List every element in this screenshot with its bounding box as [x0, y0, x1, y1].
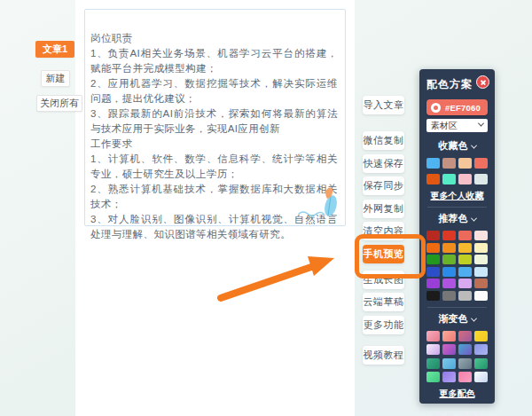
color-swatch[interactable] — [442, 279, 456, 288]
editor-paragraph: 2、应用机器学习、数据挖掘等技术，解决实际运维问题，提出优化建议； — [90, 76, 338, 106]
divider — [427, 307, 487, 308]
color-swatch[interactable] — [442, 231, 456, 240]
color-swatch[interactable] — [426, 243, 440, 253]
gradient-swatch[interactable] — [426, 344, 440, 355]
color-swatch[interactable] — [442, 291, 456, 301]
color-swatch[interactable] — [426, 231, 440, 240]
current-color-pill[interactable]: #EF7060 — [426, 99, 488, 115]
toolbar-button-more-features[interactable]: 更多功能 — [363, 316, 404, 334]
color-swatch[interactable] — [458, 267, 472, 277]
color-swatch[interactable] — [474, 158, 488, 169]
editor-paragraph: 1、负责AI相关业务场景、机器学习云平台的搭建，赋能平台并完成模型构建； — [90, 46, 338, 76]
recommended-label: 推荐色 — [439, 213, 468, 224]
gradient-swatch[interactable] — [474, 344, 488, 355]
color-swatch[interactable] — [458, 291, 472, 301]
editor-paragraph: 3、跟踪最新的AI前沿技术，探索如何将最新的算法与技术应用于实际业务，实现AI应… — [90, 106, 338, 137]
color-swatch[interactable] — [458, 174, 472, 184]
recommended-swatch-grid — [426, 231, 488, 301]
color-swatch[interactable] — [474, 291, 488, 301]
toolbar-button-video-tutorial[interactable]: 视频教程 — [363, 346, 404, 365]
editor-paragraph: 1、计算机、软件、数学、信息科学、统计学等相关专业，硕士研究生及以上学历； — [90, 152, 338, 182]
color-swatch[interactable] — [426, 158, 440, 169]
gradient-swatch[interactable] — [458, 331, 472, 341]
quill-decoration-icon — [292, 184, 343, 222]
gradient-swatch[interactable] — [458, 372, 472, 382]
color-swatch[interactable] — [474, 255, 488, 264]
toolbar-button-quick-save[interactable]: 快速保存 — [363, 154, 404, 173]
editor-paragraph: 工作要求 — [90, 137, 338, 152]
editor-paragraph: 岗位职责 — [90, 31, 338, 46]
color-swatch[interactable] — [442, 243, 456, 253]
more-color-schemes-link[interactable]: 更多配色 — [426, 388, 488, 400]
color-swatch[interactable] — [474, 279, 488, 288]
gradient-swatch[interactable] — [442, 358, 456, 369]
color-swatch[interactable] — [442, 174, 456, 184]
color-panel-header: 配色方案 — [426, 75, 488, 91]
gradient-swatch[interactable] — [474, 372, 488, 382]
toolbar-button-save-sync[interactable]: 保存同步 — [363, 177, 404, 195]
toolbar-button-generate-long-image[interactable]: 生成长图 — [363, 271, 404, 289]
chevron-down-icon — [478, 120, 484, 126]
toolbar-button-cloud-draft[interactable]: 云端草稿 — [363, 293, 404, 311]
color-swatch[interactable] — [426, 174, 440, 184]
gradient-swatch[interactable] — [458, 358, 472, 369]
color-swatch[interactable] — [458, 243, 472, 253]
color-swatch[interactable] — [426, 255, 440, 264]
side-toolbar: 导入文章微信复制快速保存保存同步外网复制清空内容手机预览生成长图云端草稿更多功能… — [363, 96, 404, 368]
color-panel-title: 配色方案 — [426, 78, 473, 90]
gradient-swatch[interactable] — [474, 331, 488, 341]
featured-functions-label: 特色功能 — [426, 410, 488, 416]
color-swatch[interactable] — [426, 279, 440, 288]
color-dot-icon — [431, 103, 441, 113]
color-swatch[interactable] — [442, 267, 456, 277]
gradient-swatch[interactable] — [426, 331, 440, 341]
toolbar-button-external-copy[interactable]: 外网复制 — [363, 200, 404, 218]
color-swatch[interactable] — [442, 255, 456, 264]
color-swatch[interactable] — [458, 231, 472, 240]
color-swatch[interactable] — [474, 231, 488, 240]
close-icon[interactable] — [476, 75, 489, 89]
tab-article-1[interactable]: 文章1 — [35, 41, 74, 58]
gradient-swatch[interactable] — [474, 358, 488, 369]
chevron-down-icon — [470, 143, 476, 149]
gradient-swatch-grid — [426, 331, 488, 383]
gradient-swatch[interactable] — [458, 344, 472, 355]
color-swatch[interactable] — [426, 291, 440, 301]
gradient-swatch[interactable] — [426, 358, 440, 369]
color-swatch[interactable] — [474, 174, 488, 184]
gradient-swatch[interactable] — [442, 372, 456, 382]
gradients-section-toggle[interactable]: 渐变色 — [426, 312, 488, 326]
gradients-label: 渐变色 — [439, 313, 468, 324]
chevron-down-icon — [470, 216, 476, 222]
chevron-down-icon — [470, 315, 476, 321]
divider — [427, 207, 487, 208]
color-scheme-panel: 配色方案 #EF7060 素材区 收藏色 更多个人收藏 推荐色 渐变色 更多配色… — [419, 69, 495, 404]
material-zone-dropdown[interactable]: 素材区 — [426, 119, 488, 132]
toolbar-button-wechat-copy[interactable]: 微信复制 — [363, 131, 404, 150]
editor-area[interactable]: 岗位职责1、负责AI相关业务场景、机器学习云平台的搭建，赋能平台并完成模型构建；… — [84, 9, 346, 226]
color-swatch[interactable] — [474, 243, 488, 253]
close-all-button[interactable]: 关闭所有 — [36, 95, 82, 112]
app-background: 文章1 新建 关闭所有 岗位职责1、负责AI相关业务场景、机器学习云平台的搭建，… — [0, 0, 532, 416]
toolbar-button-phone-preview[interactable]: 手机预览 — [363, 245, 404, 263]
dropdown-value: 素材区 — [431, 120, 475, 132]
more-personal-favorites-link[interactable]: 更多个人收藏 — [426, 190, 488, 202]
color-swatch[interactable] — [458, 158, 472, 169]
color-swatch[interactable] — [426, 267, 440, 277]
toolbar-button-import-article[interactable]: 导入文章 — [363, 96, 404, 114]
gradient-swatch[interactable] — [442, 344, 456, 355]
color-swatch[interactable] — [458, 279, 472, 288]
color-swatch[interactable] — [442, 158, 456, 169]
color-swatch[interactable] — [474, 267, 488, 277]
toolbar-button-clear-content[interactable]: 清空内容 — [363, 222, 404, 240]
gradient-swatch[interactable] — [442, 331, 456, 341]
favorites-section-toggle[interactable]: 收藏色 — [426, 139, 488, 153]
current-color-hex: #EF7060 — [445, 103, 481, 113]
favorites-label: 收藏色 — [439, 140, 468, 151]
color-swatch[interactable] — [458, 255, 472, 264]
new-article-button[interactable]: 新建 — [41, 70, 70, 87]
recommended-section-toggle[interactable]: 推荐色 — [426, 212, 488, 225]
gradient-swatch[interactable] — [426, 372, 440, 382]
favorites-swatch-grid — [426, 158, 488, 184]
